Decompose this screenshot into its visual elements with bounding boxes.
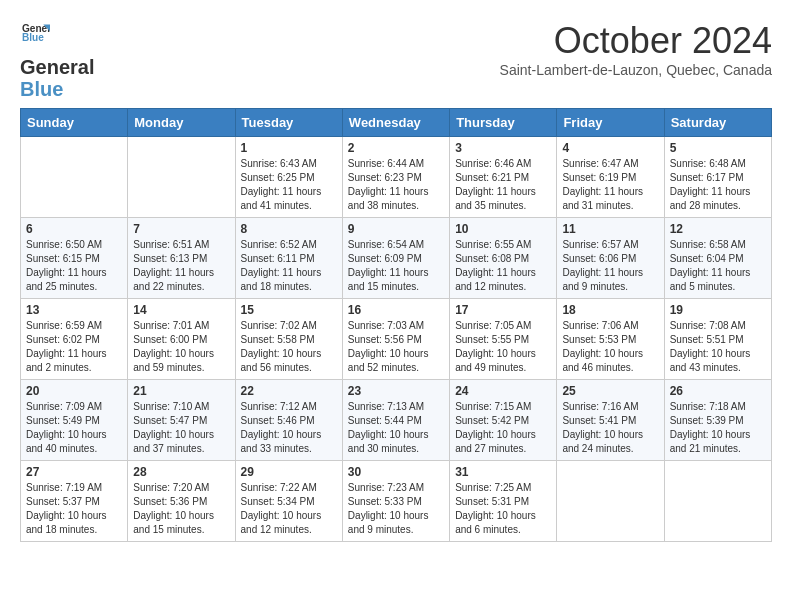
day-number: 1 bbox=[241, 141, 337, 155]
calendar-day-cell: 17Sunrise: 7:05 AM Sunset: 5:55 PM Dayli… bbox=[450, 299, 557, 380]
calendar-day-cell: 6Sunrise: 6:50 AM Sunset: 6:15 PM Daylig… bbox=[21, 218, 128, 299]
calendar-week-row: 6Sunrise: 6:50 AM Sunset: 6:15 PM Daylig… bbox=[21, 218, 772, 299]
calendar-day-cell: 2Sunrise: 6:44 AM Sunset: 6:23 PM Daylig… bbox=[342, 137, 449, 218]
day-number: 22 bbox=[241, 384, 337, 398]
calendar-day-cell: 1Sunrise: 6:43 AM Sunset: 6:25 PM Daylig… bbox=[235, 137, 342, 218]
calendar-week-row: 27Sunrise: 7:19 AM Sunset: 5:37 PM Dayli… bbox=[21, 461, 772, 542]
calendar-day-cell: 19Sunrise: 7:08 AM Sunset: 5:51 PM Dayli… bbox=[664, 299, 771, 380]
calendar-day-cell: 30Sunrise: 7:23 AM Sunset: 5:33 PM Dayli… bbox=[342, 461, 449, 542]
calendar-day-cell: 7Sunrise: 6:51 AM Sunset: 6:13 PM Daylig… bbox=[128, 218, 235, 299]
day-info: Sunrise: 6:58 AM Sunset: 6:04 PM Dayligh… bbox=[670, 238, 766, 294]
day-info: Sunrise: 7:12 AM Sunset: 5:46 PM Dayligh… bbox=[241, 400, 337, 456]
day-number: 3 bbox=[455, 141, 551, 155]
day-number: 29 bbox=[241, 465, 337, 479]
weekday-header-thursday: Thursday bbox=[450, 109, 557, 137]
day-info: Sunrise: 7:10 AM Sunset: 5:47 PM Dayligh… bbox=[133, 400, 229, 456]
title-area: October 2024 Saint-Lambert-de-Lauzon, Qu… bbox=[500, 20, 772, 78]
month-title: October 2024 bbox=[500, 20, 772, 62]
day-number: 26 bbox=[670, 384, 766, 398]
calendar-day-cell: 27Sunrise: 7:19 AM Sunset: 5:37 PM Dayli… bbox=[21, 461, 128, 542]
day-number: 16 bbox=[348, 303, 444, 317]
day-info: Sunrise: 7:20 AM Sunset: 5:36 PM Dayligh… bbox=[133, 481, 229, 537]
day-info: Sunrise: 7:22 AM Sunset: 5:34 PM Dayligh… bbox=[241, 481, 337, 537]
day-number: 31 bbox=[455, 465, 551, 479]
day-number: 5 bbox=[670, 141, 766, 155]
day-info: Sunrise: 6:44 AM Sunset: 6:23 PM Dayligh… bbox=[348, 157, 444, 213]
day-number: 24 bbox=[455, 384, 551, 398]
day-number: 2 bbox=[348, 141, 444, 155]
calendar-day-cell: 12Sunrise: 6:58 AM Sunset: 6:04 PM Dayli… bbox=[664, 218, 771, 299]
day-info: Sunrise: 7:09 AM Sunset: 5:49 PM Dayligh… bbox=[26, 400, 122, 456]
calendar-day-cell: 14Sunrise: 7:01 AM Sunset: 6:00 PM Dayli… bbox=[128, 299, 235, 380]
day-info: Sunrise: 6:52 AM Sunset: 6:11 PM Dayligh… bbox=[241, 238, 337, 294]
day-number: 30 bbox=[348, 465, 444, 479]
day-info: Sunrise: 6:46 AM Sunset: 6:21 PM Dayligh… bbox=[455, 157, 551, 213]
day-number: 19 bbox=[670, 303, 766, 317]
day-number: 10 bbox=[455, 222, 551, 236]
day-info: Sunrise: 7:16 AM Sunset: 5:41 PM Dayligh… bbox=[562, 400, 658, 456]
day-info: Sunrise: 6:51 AM Sunset: 6:13 PM Dayligh… bbox=[133, 238, 229, 294]
day-number: 18 bbox=[562, 303, 658, 317]
calendar-day-cell bbox=[128, 137, 235, 218]
day-info: Sunrise: 7:05 AM Sunset: 5:55 PM Dayligh… bbox=[455, 319, 551, 375]
day-number: 28 bbox=[133, 465, 229, 479]
day-number: 20 bbox=[26, 384, 122, 398]
day-info: Sunrise: 6:54 AM Sunset: 6:09 PM Dayligh… bbox=[348, 238, 444, 294]
logo-area: General Blue General Blue bbox=[20, 20, 94, 100]
day-info: Sunrise: 7:15 AM Sunset: 5:42 PM Dayligh… bbox=[455, 400, 551, 456]
day-info: Sunrise: 7:25 AM Sunset: 5:31 PM Dayligh… bbox=[455, 481, 551, 537]
day-number: 27 bbox=[26, 465, 122, 479]
day-info: Sunrise: 6:43 AM Sunset: 6:25 PM Dayligh… bbox=[241, 157, 337, 213]
weekday-header-friday: Friday bbox=[557, 109, 664, 137]
day-info: Sunrise: 7:08 AM Sunset: 5:51 PM Dayligh… bbox=[670, 319, 766, 375]
logo: General Blue General Blue bbox=[20, 20, 94, 100]
calendar-week-row: 13Sunrise: 6:59 AM Sunset: 6:02 PM Dayli… bbox=[21, 299, 772, 380]
day-number: 23 bbox=[348, 384, 444, 398]
day-number: 25 bbox=[562, 384, 658, 398]
calendar-day-cell: 31Sunrise: 7:25 AM Sunset: 5:31 PM Dayli… bbox=[450, 461, 557, 542]
weekday-header-monday: Monday bbox=[128, 109, 235, 137]
calendar-day-cell: 5Sunrise: 6:48 AM Sunset: 6:17 PM Daylig… bbox=[664, 137, 771, 218]
location-subtitle: Saint-Lambert-de-Lauzon, Quebec, Canada bbox=[500, 62, 772, 78]
day-number: 13 bbox=[26, 303, 122, 317]
day-number: 21 bbox=[133, 384, 229, 398]
day-info: Sunrise: 6:47 AM Sunset: 6:19 PM Dayligh… bbox=[562, 157, 658, 213]
calendar-day-cell: 26Sunrise: 7:18 AM Sunset: 5:39 PM Dayli… bbox=[664, 380, 771, 461]
weekday-header-wednesday: Wednesday bbox=[342, 109, 449, 137]
day-number: 7 bbox=[133, 222, 229, 236]
day-info: Sunrise: 7:03 AM Sunset: 5:56 PM Dayligh… bbox=[348, 319, 444, 375]
calendar-day-cell: 29Sunrise: 7:22 AM Sunset: 5:34 PM Dayli… bbox=[235, 461, 342, 542]
calendar-day-cell: 20Sunrise: 7:09 AM Sunset: 5:49 PM Dayli… bbox=[21, 380, 128, 461]
calendar-day-cell: 28Sunrise: 7:20 AM Sunset: 5:36 PM Dayli… bbox=[128, 461, 235, 542]
calendar-day-cell: 24Sunrise: 7:15 AM Sunset: 5:42 PM Dayli… bbox=[450, 380, 557, 461]
calendar-day-cell bbox=[664, 461, 771, 542]
day-number: 14 bbox=[133, 303, 229, 317]
day-number: 12 bbox=[670, 222, 766, 236]
day-info: Sunrise: 6:50 AM Sunset: 6:15 PM Dayligh… bbox=[26, 238, 122, 294]
calendar-day-cell: 22Sunrise: 7:12 AM Sunset: 5:46 PM Dayli… bbox=[235, 380, 342, 461]
calendar-week-row: 20Sunrise: 7:09 AM Sunset: 5:49 PM Dayli… bbox=[21, 380, 772, 461]
calendar-day-cell: 9Sunrise: 6:54 AM Sunset: 6:09 PM Daylig… bbox=[342, 218, 449, 299]
day-info: Sunrise: 7:18 AM Sunset: 5:39 PM Dayligh… bbox=[670, 400, 766, 456]
weekday-header-sunday: Sunday bbox=[21, 109, 128, 137]
svg-text:Blue: Blue bbox=[22, 32, 44, 43]
day-info: Sunrise: 7:13 AM Sunset: 5:44 PM Dayligh… bbox=[348, 400, 444, 456]
calendar-day-cell: 21Sunrise: 7:10 AM Sunset: 5:47 PM Dayli… bbox=[128, 380, 235, 461]
weekday-header-tuesday: Tuesday bbox=[235, 109, 342, 137]
calendar-day-cell: 3Sunrise: 6:46 AM Sunset: 6:21 PM Daylig… bbox=[450, 137, 557, 218]
day-info: Sunrise: 6:55 AM Sunset: 6:08 PM Dayligh… bbox=[455, 238, 551, 294]
weekday-header-row: SundayMondayTuesdayWednesdayThursdayFrid… bbox=[21, 109, 772, 137]
calendar-day-cell bbox=[557, 461, 664, 542]
day-info: Sunrise: 7:01 AM Sunset: 6:00 PM Dayligh… bbox=[133, 319, 229, 375]
day-info: Sunrise: 6:57 AM Sunset: 6:06 PM Dayligh… bbox=[562, 238, 658, 294]
day-number: 4 bbox=[562, 141, 658, 155]
day-info: Sunrise: 7:06 AM Sunset: 5:53 PM Dayligh… bbox=[562, 319, 658, 375]
calendar-day-cell: 8Sunrise: 6:52 AM Sunset: 6:11 PM Daylig… bbox=[235, 218, 342, 299]
day-number: 9 bbox=[348, 222, 444, 236]
day-info: Sunrise: 6:59 AM Sunset: 6:02 PM Dayligh… bbox=[26, 319, 122, 375]
day-number: 17 bbox=[455, 303, 551, 317]
day-info: Sunrise: 7:23 AM Sunset: 5:33 PM Dayligh… bbox=[348, 481, 444, 537]
day-info: Sunrise: 7:19 AM Sunset: 5:37 PM Dayligh… bbox=[26, 481, 122, 537]
calendar-week-row: 1Sunrise: 6:43 AM Sunset: 6:25 PM Daylig… bbox=[21, 137, 772, 218]
weekday-header-saturday: Saturday bbox=[664, 109, 771, 137]
